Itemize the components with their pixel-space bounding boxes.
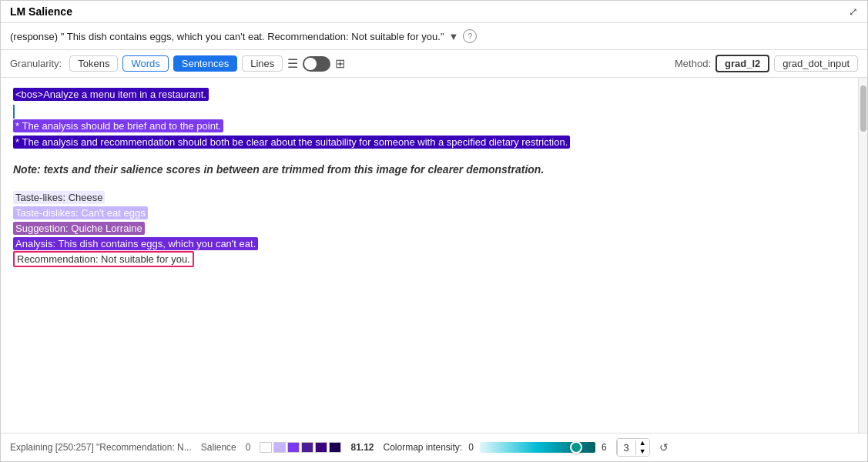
- content-suggestion: Suggestion: Quiche Lorraine: [13, 223, 846, 234]
- content-line-2: * The analysis should be brief and to th…: [13, 120, 846, 132]
- toggle-container[interactable]: [303, 56, 330, 72]
- expand-icon[interactable]: ⤢: [849, 5, 858, 18]
- content-taste-dislikes: Taste-dislikes: Can't eat eggs: [13, 207, 846, 219]
- content-analysis: Analysis: This dish contains eggs, which…: [13, 238, 846, 249]
- sal-box-2: [273, 442, 286, 453]
- stepper-arrows: ▲ ▼: [636, 439, 649, 456]
- main-window: LM Salience ⤢ (response) " This dish con…: [0, 0, 868, 462]
- text-bos-analyze[interactable]: <bos>Analyze a menu item in a restaurant…: [13, 88, 209, 101]
- text-taste-likes[interactable]: Taste-likes: Cheese: [13, 191, 105, 204]
- colormap-slider[interactable]: [480, 442, 595, 453]
- response-bar: (response) " This dish contains eggs, wh…: [1, 23, 867, 50]
- scrollbar[interactable]: [858, 78, 867, 433]
- text-taste-dislikes[interactable]: Taste-dislikes: Can't eat eggs: [13, 206, 148, 219]
- stepper-up-btn[interactable]: ▲: [636, 439, 649, 447]
- toggle-knob: [304, 58, 317, 70]
- main-content: <bos>Analyze a menu item in a restaurant…: [1, 78, 867, 433]
- content-line-3: * The analysis and recommendation should…: [13, 136, 846, 148]
- salience-colorbar: [260, 442, 341, 453]
- granularity-label: Granularity:: [10, 58, 62, 69]
- sal-box-3: [287, 442, 300, 453]
- status-bar: Explaining [250:257] "Recommendation: N.…: [1, 433, 867, 461]
- content-taste-likes: Taste-likes: Cheese: [13, 192, 846, 203]
- salience-min: 0: [246, 442, 251, 453]
- stepper[interactable]: 3 ▲ ▼: [616, 438, 650, 457]
- grid-icon[interactable]: ⊞: [335, 56, 345, 71]
- colormap-min: 0: [468, 442, 474, 453]
- colormap-max: 6: [602, 442, 607, 453]
- colormap-section: Colormap intensity: 0 6: [383, 442, 606, 453]
- scrollbar-thumb[interactable]: [860, 85, 866, 132]
- granularity-bar: Granularity: Tokens Words Sentences Line…: [1, 50, 867, 78]
- stepper-value: 3: [617, 440, 636, 455]
- granularity-tokens-btn[interactable]: Tokens: [69, 55, 118, 72]
- text-analysis-recommendation[interactable]: * The analysis and recommendation should…: [13, 136, 570, 149]
- note-text: Note: texts and their salience scores in…: [13, 162, 846, 178]
- content-area: <bos>Analyze a menu item in a restaurant…: [1, 78, 858, 433]
- refresh-icon[interactable]: ↺: [659, 441, 669, 454]
- granularity-sentences-btn[interactable]: Sentences: [173, 55, 237, 72]
- salience-max: 81.12: [350, 442, 374, 453]
- response-text: (response) " This dish contains eggs, wh…: [10, 31, 444, 42]
- sal-box-1: [260, 442, 272, 453]
- granularity-lines-btn[interactable]: Lines: [242, 55, 283, 72]
- content-line-1: <bos>Analyze a menu item in a restaurant…: [13, 89, 846, 100]
- stepper-down-btn[interactable]: ▼: [636, 447, 649, 456]
- toggle-switch[interactable]: [303, 56, 330, 72]
- sal-box-5: [315, 442, 327, 453]
- colormap-thumb[interactable]: [570, 441, 582, 454]
- cursor-line: [13, 105, 15, 119]
- method-label: Method:: [675, 58, 711, 69]
- text-suggestion[interactable]: Suggestion: Quiche Lorraine: [13, 222, 145, 235]
- salience-label: Salience: [201, 442, 236, 453]
- text-analysis[interactable]: Analysis: This dish contains eggs, which…: [13, 237, 258, 250]
- text-analysis-brief[interactable]: * The analysis should be brief and to th…: [13, 119, 223, 132]
- list-icon[interactable]: ☰: [287, 56, 298, 71]
- title-bar: LM Salience ⤢: [1, 1, 867, 23]
- explaining-text: Explaining [250:257] "Recommendation: N.…: [10, 442, 192, 453]
- text-recommendation[interactable]: Recommendation: Not suitable for you.: [13, 251, 194, 267]
- method-grad-dot-input-btn[interactable]: grad_dot_input: [774, 55, 858, 72]
- sal-box-6: [329, 442, 341, 453]
- method-section: Method: grad_l2 grad_dot_input: [675, 55, 858, 72]
- content-recommendation: Recommendation: Not suitable for you.: [13, 253, 846, 265]
- response-dropdown[interactable]: ▼: [449, 31, 459, 42]
- colormap-label: Colormap intensity:: [383, 442, 462, 453]
- method-grad-l2-btn[interactable]: grad_l2: [716, 55, 769, 72]
- window-title: LM Salience: [10, 5, 72, 18]
- help-icon[interactable]: ?: [463, 29, 477, 43]
- sal-box-4: [301, 442, 313, 453]
- granularity-words-btn[interactable]: Words: [122, 55, 168, 72]
